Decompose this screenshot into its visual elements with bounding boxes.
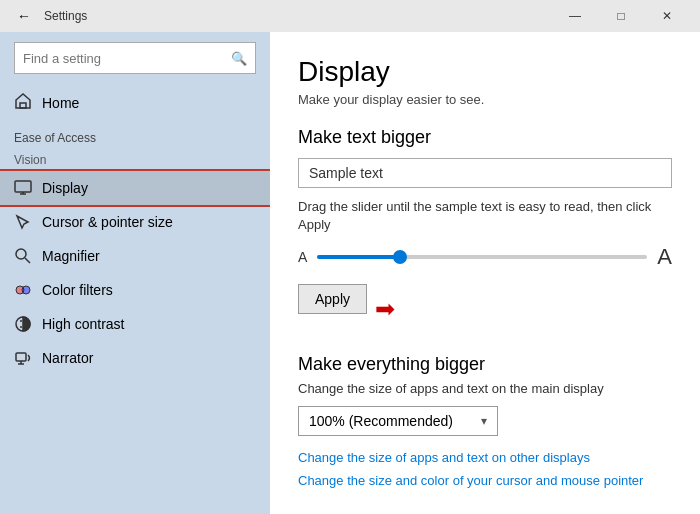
svg-point-7 [22,286,30,294]
search-input[interactable] [23,51,231,66]
sample-text: Sample text [309,165,383,181]
high-contrast-label: High contrast [42,316,124,332]
link-cursor-color[interactable]: Change the size and color of your cursor… [298,473,672,488]
home-icon [14,92,32,113]
high-contrast-icon [14,315,32,333]
color-filters-icon [14,281,32,299]
titlebar-nav: ← Settings [10,2,87,30]
apply-row: Apply ➡ [298,284,672,334]
titlebar: ← Settings — □ ✕ [0,0,700,32]
slider-instruction: Drag the slider until the sample text is… [298,198,672,234]
arrow-annotation: ➡ [375,295,395,323]
sidebar-item-home[interactable]: Home [0,86,270,119]
slider-track [317,255,647,259]
section-desc: Change the size of apps and text on the … [298,381,672,396]
svg-line-5 [25,258,30,263]
display-icon [14,179,32,197]
color-filters-label: Color filters [42,282,113,298]
search-icon: 🔍 [231,51,247,66]
apply-button[interactable]: Apply [298,284,367,314]
sidebar-item-narrator[interactable]: Narrator [0,341,270,375]
link-other-displays[interactable]: Change the size of apps and text on othe… [298,450,672,465]
narrator-icon [14,349,32,367]
narrator-label: Narrator [42,350,93,366]
sample-text-box: Sample text [298,158,672,188]
sidebar-item-high-contrast[interactable]: High contrast [0,307,270,341]
slider-label-large: A [657,244,672,270]
magnifier-label: Magnifier [42,248,100,264]
slider-row: A A [298,244,672,270]
vision-label: Vision [0,149,270,171]
slider-fill [317,255,399,259]
sidebar: 🔍 Home Ease of Access Vision Dis [0,32,270,514]
section-text-bigger-title: Make text bigger [298,127,672,148]
section-label: Ease of Access [0,119,270,149]
search-box[interactable]: 🔍 [14,42,256,74]
chevron-down-icon: ▾ [481,414,487,428]
titlebar-title: Settings [44,9,87,23]
sidebar-item-color-filters[interactable]: Color filters [0,273,270,307]
cursor-label: Cursor & pointer size [42,214,173,230]
scale-dropdown[interactable]: 100% (Recommended) ▾ [298,406,498,436]
app-body: 🔍 Home Ease of Access Vision Dis [0,32,700,514]
sidebar-item-cursor[interactable]: Cursor & pointer size [0,205,270,239]
sidebar-item-magnifier[interactable]: Magnifier [0,239,270,273]
svg-rect-1 [15,181,31,192]
content-area: Display Make your display easier to see.… [270,32,700,514]
page-title: Display [298,56,672,88]
magnifier-icon [14,247,32,265]
display-label: Display [42,180,88,196]
svg-rect-0 [20,103,26,108]
back-button[interactable]: ← [10,2,38,30]
svg-rect-11 [16,353,26,361]
page-subtitle: Make your display easier to see. [298,92,672,107]
home-label: Home [42,95,79,111]
slider-thumb[interactable] [393,250,407,264]
section-everything-bigger-title: Make everything bigger [298,354,672,375]
restore-button[interactable]: □ [598,0,644,32]
dropdown-value: 100% (Recommended) [309,413,453,429]
close-button[interactable]: ✕ [644,0,690,32]
slider-track-wrapper[interactable] [317,247,647,267]
svg-point-4 [16,249,26,259]
titlebar-controls: — □ ✕ [552,0,690,32]
minimize-button[interactable]: — [552,0,598,32]
cursor-icon [14,213,32,231]
slider-label-small: A [298,249,307,265]
sidebar-item-display[interactable]: Display [0,171,270,205]
